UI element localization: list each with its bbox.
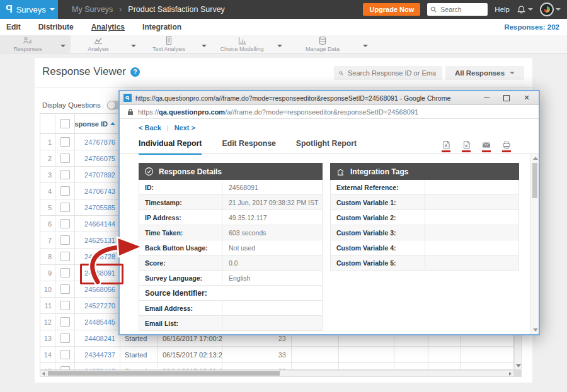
detail-value: English [222, 271, 322, 285]
row-checkbox[interactable] [55, 183, 75, 199]
row-checkbox[interactable] [55, 150, 75, 167]
select-all-checkbox[interactable] [55, 114, 75, 134]
response-id-link[interactable]: 24705585 [75, 199, 120, 216]
row-checkbox[interactable] [55, 249, 75, 265]
minimize-button[interactable] [478, 92, 495, 104]
address-bar[interactable]: https://qa.questionpro.com/a//frame.do?m… [120, 105, 539, 119]
window-title-bar[interactable]: P https://qa.questionpro.com/a//frame.do… [120, 91, 539, 105]
row-index: 11 [40, 298, 55, 314]
scrollbar-thumb[interactable] [532, 163, 537, 198]
tag-row: Custom Variable 1: [330, 195, 519, 210]
checkbox-icon [60, 252, 70, 261]
row-checkbox[interactable] [55, 216, 75, 232]
toolbar-text-analysis[interactable]: Text Analysis [141, 35, 212, 53]
response-id-link[interactable]: 24273417 [75, 363, 120, 370]
chevron-down-icon [50, 8, 55, 11]
tab-edit-response[interactable]: Edit Response [222, 139, 275, 155]
toggle-knob [107, 101, 116, 109]
row-checkbox[interactable] [55, 330, 75, 347]
detail-row: Back Button Usage:Not used [139, 240, 323, 255]
avatar [540, 3, 554, 16]
responses-count-badge[interactable]: Responses: 202 [504, 23, 567, 31]
next-link[interactable]: Next > [175, 124, 195, 132]
scroll-up-icon[interactable] [533, 157, 538, 160]
toolbar-choice-modelling[interactable]: Choice Modelling [212, 35, 287, 53]
minimize-icon [484, 98, 490, 99]
row-checkbox[interactable] [55, 363, 75, 370]
chevron-down-icon[interactable] [131, 45, 136, 47]
row-checkbox[interactable] [55, 347, 75, 363]
response-id-link[interactable]: 24767876 [75, 134, 120, 150]
surveys-product-menu[interactable]: P Surveys [0, 0, 58, 19]
export-excel-button[interactable] [462, 140, 471, 152]
all-responses-filter[interactable]: All Responses [445, 66, 524, 80]
response-id-link[interactable]: 24344737 [75, 347, 120, 363]
scroll-down-icon[interactable] [516, 364, 521, 367]
response-search-input[interactable] [346, 69, 437, 77]
checkbox-icon [60, 301, 70, 310]
response-id-link[interactable]: 24485445 [75, 314, 120, 330]
top-bar: P Surveys My Surveys › Product Satisfact… [0, 0, 567, 19]
nav-distribute[interactable]: Distribute [38, 23, 74, 31]
response-id-link[interactable]: 24706743 [75, 183, 120, 199]
global-search-input[interactable] [439, 5, 481, 14]
lock-icon [127, 108, 134, 116]
row-checkbox[interactable] [55, 281, 75, 298]
status-cell: Started [120, 363, 158, 370]
export-pdf-button[interactable] [442, 140, 450, 152]
scroll-left-icon[interactable] [42, 372, 45, 376]
scroll-down-icon[interactable] [533, 328, 538, 332]
chevron-down-icon[interactable] [277, 45, 282, 47]
chevron-down-icon[interactable] [202, 45, 207, 47]
manage-data-icon [318, 36, 328, 45]
checkbox-icon [60, 219, 70, 228]
underline-bar [482, 150, 491, 152]
print-button[interactable] [502, 140, 511, 152]
row-checkbox[interactable] [55, 134, 75, 150]
tab-spotlight-report[interactable]: Spotlight Report [296, 139, 357, 155]
analytics-toolbar: Responses Analysis Text Analysis Choice … [0, 35, 567, 53]
chevron-down-icon[interactable] [363, 45, 368, 47]
notifications-menu[interactable] [517, 5, 533, 14]
row-checkbox[interactable] [55, 298, 75, 314]
scrollbar-thumb[interactable] [48, 371, 280, 376]
popup-vertical-scrollbar[interactable] [530, 154, 539, 334]
tab-individual-report[interactable]: Individual Report [139, 139, 202, 155]
row-checkbox[interactable] [55, 265, 75, 281]
page-title: Response Viewer [42, 65, 126, 78]
row-checkbox[interactable] [55, 314, 75, 330]
upgrade-now-button[interactable]: Upgrade Now [363, 3, 420, 16]
response-id-link[interactable]: 24408241 [75, 330, 120, 347]
toolbar-analysis[interactable]: Analysis [71, 35, 141, 53]
response-id-link[interactable]: 24766075 [75, 150, 120, 167]
chevron-down-icon[interactable] [60, 45, 66, 47]
response-details-header: Response Details [139, 163, 323, 180]
response-search-box[interactable] [334, 66, 442, 80]
global-search-box[interactable] [427, 3, 488, 16]
toolbar-manage-data[interactable]: Manage Data [287, 35, 373, 53]
row-checkbox[interactable] [55, 232, 75, 249]
toolbar-responses[interactable]: Responses [0, 35, 71, 53]
row-checkbox[interactable] [55, 167, 75, 183]
nav-integration[interactable]: Integration [142, 23, 181, 31]
account-menu[interactable] [540, 3, 561, 16]
response-id-link[interactable]: 24707892 [75, 167, 120, 183]
table-horizontal-scrollbar[interactable] [40, 370, 514, 377]
email-report-button[interactable] [482, 140, 491, 152]
help-question-icon[interactable]: ? [130, 67, 140, 77]
back-link[interactable]: < Back [139, 124, 161, 132]
maximize-button[interactable] [498, 92, 515, 104]
response-id-link[interactable]: 24527270 [75, 298, 120, 314]
row-index: 12 [40, 314, 55, 330]
detail-value [222, 316, 322, 330]
response-id-header[interactable]: Response ID [75, 114, 120, 134]
date-cell: 06/14/2017 12:01:45 [158, 363, 222, 370]
nav-edit[interactable]: Edit [6, 23, 21, 31]
scroll-right-icon[interactable] [509, 372, 512, 376]
breadcrumb-parent[interactable]: My Surveys [72, 5, 113, 14]
help-link[interactable]: Help [495, 6, 510, 13]
close-button[interactable]: ✕ [518, 92, 535, 104]
row-index: 7 [40, 232, 55, 249]
row-checkbox[interactable] [55, 199, 75, 216]
nav-analytics[interactable]: Analytics [91, 23, 125, 31]
